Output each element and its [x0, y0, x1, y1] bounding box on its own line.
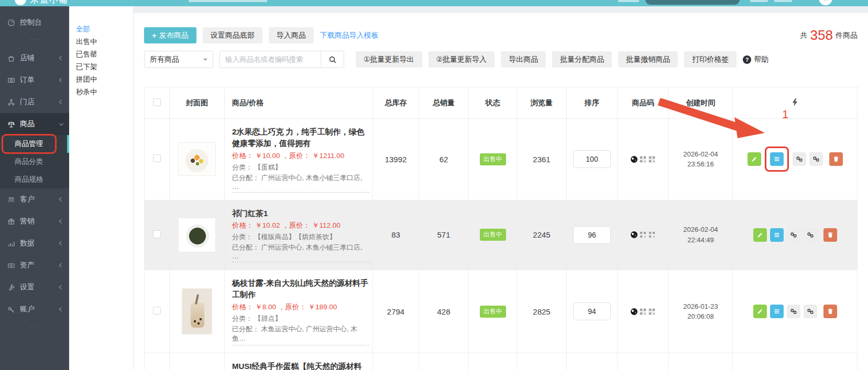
- trash-icon: [827, 231, 834, 239]
- miniprogram-code-icon[interactable]: [631, 156, 638, 163]
- qr-code-icon[interactable]: [649, 156, 655, 163]
- sidebar-collapse-dots[interactable]: ···: [0, 33, 69, 47]
- key-icon: [7, 306, 15, 313]
- sidebar: 控制台 ··· 店铺 订单 门店 商品 商品管理 商品分类 商品规格: [0, 6, 69, 370]
- product-assigned: 已分配： 广州运营中心, 木鱼小铺三孝口店, …: [232, 173, 369, 193]
- sidebar-collapse-dots[interactable]: ···: [0, 320, 69, 334]
- sidebar-item-products[interactable]: 商品: [0, 113, 69, 135]
- print-price-label-button[interactable]: 打印价格签: [684, 51, 737, 68]
- banknote-icon: [7, 262, 15, 270]
- products-submenu: 商品管理 商品分类 商品规格: [0, 135, 69, 188]
- sidebar-item-assets[interactable]: 资产: [0, 254, 69, 276]
- sidebar-item-marketing[interactable]: 营销: [0, 210, 69, 232]
- filter-group-buy[interactable]: 拼团中: [76, 73, 133, 86]
- chain-link-icon: [790, 231, 797, 239]
- stock-value: 17988: [373, 353, 419, 370]
- edit-button[interactable]: [753, 228, 767, 242]
- sidebar-item-settings[interactable]: 设置: [0, 276, 69, 298]
- chevron-left-icon: [59, 100, 63, 104]
- pencil-icon: [756, 308, 764, 315]
- sidebar-item-stores[interactable]: 门店: [0, 91, 69, 113]
- created-time: 2026-01-2218:07:05: [669, 353, 733, 370]
- row-checkbox[interactable]: [153, 230, 161, 238]
- sidebar-item-shop[interactable]: 店铺: [0, 47, 69, 69]
- sidebar-item-dashboard[interactable]: 控制台: [0, 12, 69, 33]
- batch-revoke-button[interactable]: 批量撤销商品: [618, 51, 678, 68]
- batch-update-export-button[interactable]: ①批量更新导出: [356, 51, 422, 68]
- filter-on-sale[interactable]: 出售中: [76, 36, 133, 48]
- header-code: 商品码: [618, 87, 669, 119]
- sales-value: 24: [419, 353, 469, 370]
- category-select[interactable]: 所有商品: [144, 51, 213, 68]
- qr-code-icon[interactable]: [640, 156, 646, 163]
- filter-off-shelf[interactable]: 已下架: [76, 61, 133, 73]
- bar-chart-icon: [7, 240, 15, 248]
- batch-assign-button[interactable]: 批量分配商品: [552, 51, 612, 68]
- sort-input[interactable]: [573, 226, 611, 244]
- user-avatar[interactable]: [819, 0, 832, 5]
- topbar-menu-fragment[interactable]: [750, 0, 768, 2]
- row-checkbox[interactable]: [153, 307, 161, 315]
- product-codes: [621, 231, 665, 238]
- delete-button[interactable]: [829, 152, 843, 166]
- link-button[interactable]: [804, 228, 817, 242]
- filter-all[interactable]: 全部: [76, 23, 133, 36]
- select-all-checkbox[interactable]: [153, 98, 161, 106]
- created-time: 2026-01-2320:06:08: [669, 270, 733, 353]
- stock-value: 2794: [373, 270, 419, 353]
- search-input[interactable]: [220, 51, 321, 68]
- edit-button[interactable]: [753, 305, 767, 318]
- batch-update-import-button[interactable]: ②批量更新导入: [428, 51, 495, 68]
- import-product-button[interactable]: 导入商品: [269, 27, 314, 43]
- table-row: 杨枝甘露-来自大别山纯天然的源材料手工制作 价格： ￥8.00 ，原价： ￥18…: [145, 270, 858, 353]
- link-button[interactable]: [804, 305, 817, 318]
- sort-input[interactable]: [573, 150, 611, 168]
- submenu-item-product-management[interactable]: 商品管理: [0, 135, 69, 153]
- search-button[interactable]: [321, 51, 344, 68]
- chain-link-icon: [796, 155, 803, 163]
- spec-list-button[interactable]: [770, 152, 784, 166]
- qr-code-icon[interactable]: [649, 231, 655, 238]
- miniprogram-code-icon[interactable]: [631, 231, 638, 238]
- chain-link-icon: [807, 308, 814, 315]
- miniprogram-code-icon[interactable]: [631, 308, 638, 315]
- status-filter-panel: 全部 出售中 已售罄 已下架 拼团中 秒杀中: [69, 6, 134, 370]
- qr-code-icon[interactable]: [640, 308, 646, 315]
- link-button[interactable]: [793, 152, 806, 166]
- submenu-item-product-spec[interactable]: 商品规格: [0, 171, 69, 188]
- filter-sold-out[interactable]: 已售罄: [76, 48, 133, 61]
- edit-button[interactable]: [748, 152, 761, 166]
- link-button[interactable]: [809, 152, 823, 166]
- sidebar-item-account[interactable]: 账户: [0, 298, 69, 320]
- sidebar-item-orders[interactable]: 订单: [0, 69, 69, 91]
- set-product-bottom-button[interactable]: 设置商品底部: [203, 27, 262, 43]
- list-icon: [773, 308, 781, 315]
- delete-button[interactable]: [823, 305, 837, 318]
- lightning-icon: [792, 98, 798, 106]
- chevron-left-icon: [59, 285, 63, 289]
- publish-product-button[interactable]: +发布商品: [144, 27, 196, 43]
- delete-button[interactable]: [823, 228, 837, 242]
- qr-code-icon[interactable]: [640, 231, 646, 238]
- filter-flash-sale[interactable]: 秒杀中: [76, 86, 133, 98]
- status-badge: 出售中: [480, 306, 506, 318]
- download-template-link[interactable]: 下载商品导入模板: [320, 31, 379, 40]
- sales-value: 571: [419, 200, 469, 270]
- customers-icon: [7, 196, 15, 204]
- topbar-menu-fragment[interactable]: [774, 0, 792, 2]
- link-button[interactable]: [787, 305, 800, 318]
- submenu-item-product-category[interactable]: 商品分类: [0, 153, 69, 171]
- row-checkbox[interactable]: [153, 154, 161, 162]
- qr-code-icon[interactable]: [649, 308, 655, 315]
- brand-name: 木鱼小铺: [30, 0, 68, 6]
- topbar-badge[interactable]: [645, 0, 740, 5]
- sidebar-item-customers[interactable]: 客户: [0, 188, 69, 210]
- sort-input[interactable]: [573, 302, 611, 320]
- help-button[interactable]: ? 帮助: [743, 55, 768, 64]
- export-products-button[interactable]: 导出商品: [501, 51, 546, 68]
- product-codes: [621, 156, 665, 163]
- link-button[interactable]: [787, 228, 800, 242]
- spec-list-button[interactable]: [770, 305, 784, 318]
- spec-list-button[interactable]: [770, 228, 784, 242]
- sidebar-item-data[interactable]: 数据: [0, 232, 69, 254]
